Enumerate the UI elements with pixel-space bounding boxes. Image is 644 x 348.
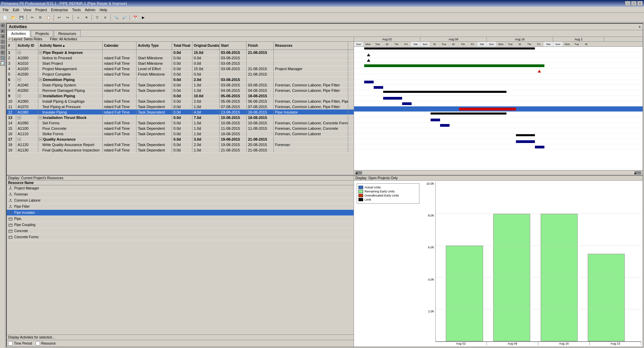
table-row[interactable]: 15 A1100 Pour Concrete ndard Full Time T… [7,126,354,131]
gantt-row[interactable] [354,74,643,79]
group-expand-icon[interactable]: − [39,78,42,81]
col-header-start[interactable]: Start [220,42,247,49]
menu-admin[interactable]: Admin [83,7,97,12]
col-header-num[interactable]: # [7,42,16,49]
table-row[interactable]: 1 − − Pipe Repair & Improve 0.0d 15.0d 0… [7,50,354,55]
gantt-row[interactable] [354,101,643,106]
sidebar-icon-2[interactable]: ▸ [0,28,5,33]
resource-checkbox[interactable] [36,341,40,346]
table-row[interactable]: 4 A1020 Project Management ndard Full Ti… [7,66,354,71]
resource-list-item[interactable]: Pipe Fitter [7,204,354,210]
close-button[interactable]: × [637,1,643,6]
resource-list-item[interactable]: Pipe, [7,216,354,222]
group-expand-icon[interactable]: − [39,51,42,54]
gantt-row[interactable] [354,106,643,112]
gantt-body[interactable] [354,47,643,170]
group-expand-icon[interactable]: − [39,94,42,98]
gantt-row[interactable] [354,85,643,90]
table-row[interactable]: 8 A1050 Remove Damaged Piping ndard Full… [7,88,354,93]
menu-file[interactable]: File [1,7,11,12]
resource-list-item[interactable]: Pipe Insulator [7,210,354,216]
resource-list-item[interactable]: Concrete [7,228,354,234]
resource-list-item[interactable]: Foreman [7,191,354,198]
expand-icon[interactable]: − [18,78,21,81]
table-row[interactable]: 5 A1030 Project Complete ndard Full Time… [7,71,354,77]
gantt-row[interactable] [354,96,643,101]
col-header-type[interactable]: Activity Type [137,42,172,49]
expand-icon[interactable]: − [18,94,21,98]
toolbar-copy[interactable]: ⎘ [37,14,44,21]
tab-activities[interactable]: Activities [7,30,30,37]
time-period-checkbox[interactable] [8,341,13,346]
table-row[interactable]: 16 A1110 Strike Forms ndard Full Time Ta… [7,131,354,137]
gantt-row[interactable] [354,52,643,58]
gantt-row[interactable] [354,139,643,144]
gantt-row[interactable] [354,123,643,128]
menu-enterprise[interactable]: Enterprise [49,7,70,12]
toolbar-delete[interactable]: ✕ [83,14,90,21]
col-header-res[interactable]: Resources [274,42,348,49]
gantt-row[interactable] [354,144,643,150]
toolbar-open[interactable]: 📂 [9,14,17,21]
col-header-id[interactable]: Activity ID [16,42,38,49]
resource-list-item[interactable]: Concrete Forms [7,234,354,240]
expand-icon[interactable]: − [18,51,21,54]
tab-projects[interactable]: Projects [31,30,53,37]
gantt-row[interactable] [354,128,643,134]
gantt-row[interactable] [354,134,643,139]
sidebar-icon-8[interactable]: 📊 [0,61,5,66]
resource-list-item[interactable]: Pipe Coupling [7,222,354,228]
sidebar-icon-7[interactable]: 🔗 [0,56,5,60]
toolbar-redo[interactable]: ↪ [64,14,71,21]
col-header-dur[interactable]: Original Duration [192,42,220,49]
toolbar-cut[interactable]: ✂ [28,14,36,21]
group-expand-icon[interactable]: − [39,116,42,119]
panel-close-button[interactable]: × [639,25,641,29]
toolbar-new[interactable]: 📄 [1,14,9,21]
sidebar-icon-6[interactable]: ✎ [0,50,5,55]
table-row[interactable]: 13 − − Installation Thrust Block 0.0d 7.… [7,115,354,120]
toolbar-schedule[interactable]: 📅 [131,14,139,21]
maximize-button[interactable]: □ [631,1,637,6]
sidebar-icon-1[interactable]: A [0,23,5,28]
table-row[interactable]: 14 A1090 Set Forms ndard Full Time Task … [7,120,354,126]
table-row[interactable]: 19 A1130 Final Quality Assurance Inspect… [7,147,354,153]
table-row[interactable]: 9 − − Installation Piping 0.0d 10.0d 05-… [7,93,354,99]
gantt-hscrollbar[interactable]: ◂ ▸ [354,170,643,175]
col-header-finish[interactable]: Finish [247,42,274,49]
table-row[interactable]: 18 A1120 Write Quality Assurance Report … [7,142,354,147]
col-header-float[interactable]: Total Float [172,42,192,49]
menu-project[interactable]: Project [33,7,49,12]
minimize-button[interactable]: − [625,1,630,6]
gantt-row[interactable] [354,112,643,117]
toolbar-zoom-out[interactable]: 🔎 [121,14,128,21]
gantt-row[interactable] [354,63,643,68]
toolbar-undo[interactable]: ↩ [56,14,63,21]
menu-view[interactable]: View [21,7,34,12]
toolbar-save[interactable]: 💾 [18,14,25,21]
toolbar-progress[interactable]: ▶ [140,14,147,21]
gantt-row[interactable] [354,58,643,63]
scroll-left[interactable]: ◂ [355,171,362,175]
menu-tools[interactable]: Tools [70,7,83,12]
gantt-row[interactable] [354,47,643,52]
table-row[interactable]: 17 − − Quality Assurance 0.0d 3.0d 19-08… [7,137,354,142]
gantt-row[interactable] [354,68,643,74]
table-row[interactable]: 6 − − Demolition Piping 0.0d 2.0d 03-08-… [7,77,354,82]
sidebar-icon-3[interactable]: ◂ [0,34,5,39]
menu-help[interactable]: Help [98,7,109,12]
gantt-row[interactable] [354,117,643,123]
table-row[interactable]: 2 A1000 Notice to Proceed ndard Full Tim… [7,55,354,61]
toolbar-add-activity[interactable]: ＋ [75,14,82,21]
toolbar-zoom-in[interactable]: 🔍 [112,14,120,21]
group-expand-icon[interactable]: − [39,138,42,141]
toolbar-filter[interactable]: ▽ [94,14,101,21]
resource-list-item[interactable]: Project Manager [7,185,354,191]
table-row[interactable]: 10 A1060 Install Piping & Couplings ndar… [7,99,354,104]
resource-list-item[interactable]: Common Laborer [7,198,354,204]
table-row[interactable]: 3 A1010 Start Project ndard Full Time St… [7,61,354,66]
col-header-name[interactable]: Activity Name ▲ [38,42,103,49]
col-header-cal[interactable]: Calendar [103,42,137,49]
expand-icon[interactable]: − [18,138,21,141]
table-row[interactable]: 7 A1040 Drain Piping System ndard Full T… [7,82,354,88]
